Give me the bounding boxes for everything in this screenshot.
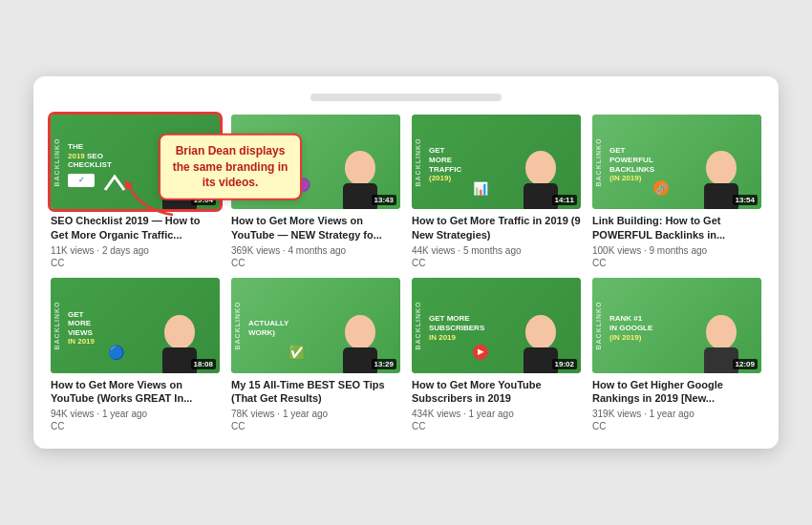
video-item-5[interactable]: BACKLINKO GETMOREVIEWSIN 2019: [51, 278, 220, 431]
video-meta-5: How to Get More Views on YouTube (Works …: [51, 378, 220, 432]
thumb-bg-1: BACKLINKO THE2019 SEOCHECKLIST ✓: [51, 115, 220, 210]
video-meta-4: Link Building: How to Get POWERFUL Backl…: [592, 214, 761, 268]
video-grid-bottom: BACKLINKO GETMOREVIEWSIN 2019: [51, 278, 761, 431]
video-cc-3: CC: [412, 258, 581, 268]
video-meta-1: SEO Checklist 2019 — How to Get More Org…: [51, 214, 220, 268]
video-item-8[interactable]: BACKLINKO RANK #1IN GOOGLE(IN 2019): [592, 278, 761, 431]
video-item-7[interactable]: BACKLINKO GET MORESUBSCRIBERSIN 2019: [412, 278, 581, 431]
thumbnail-2[interactable]: BACKLINKO GETMOREVIEWS(2019): [231, 115, 400, 210]
duration-7: 19:02: [552, 359, 577, 369]
thumb-headline-4: GETPOWERFULBACKLINKS(IN 2019): [609, 146, 756, 182]
duration-8: 12:09: [733, 359, 758, 369]
thumbnail-6[interactable]: BACKLINKO ACTUALLYWORK): [231, 278, 400, 373]
thumb-bg-3: BACKLINKO GETMORETRAFFIC(2019): [412, 115, 581, 210]
thumb-headline-3: GETMORETRAFFIC(2019): [429, 146, 575, 182]
thumb-headline-8: RANK #1IN GOOGLE(IN 2019): [609, 314, 756, 342]
video-views-8: 319K views · 1 year ago: [592, 408, 761, 421]
video-cc-1: CC: [51, 258, 220, 268]
thumb-headline-6: ACTUALLYWORK): [248, 319, 395, 337]
video-row-1: BACKLINKO THE2019 SEOCHECKLIST ✓: [51, 115, 761, 268]
video-meta-6: My 15 All-Time BEST SEO Tips (That Get R…: [231, 378, 400, 432]
thumb-bg-4: BACKLINKO GETPOWERFULBACKLINKS(IN 2019): [592, 115, 761, 210]
video-views-3: 44K views · 5 months ago: [412, 244, 581, 258]
video-views-5: 94K views · 1 year ago: [51, 408, 220, 421]
thumbnail-8[interactable]: BACKLINKO RANK #1IN GOOGLE(IN 2019): [592, 278, 761, 373]
video-meta-3: How to Get More Traffic in 2019 (9 New S…: [412, 214, 581, 268]
video-title-1[interactable]: SEO Checklist 2019 — How to Get More Org…: [51, 214, 220, 242]
video-title-6[interactable]: My 15 All-Time BEST SEO Tips (That Get R…: [231, 378, 400, 407]
video-meta-2: How to Get More Views on YouTube — NEW S…: [231, 214, 400, 268]
thumb-bg-8: BACKLINKO RANK #1IN GOOGLE(IN 2019): [592, 278, 761, 373]
thumbnail-3[interactable]: BACKLINKO GETMORETRAFFIC(2019): [412, 115, 581, 210]
video-title-7[interactable]: How to Get More YouTube Subscribers in 2…: [412, 378, 581, 407]
duration-6: 13:29: [372, 359, 396, 369]
video-title-5[interactable]: How to Get More Views on YouTube (Works …: [51, 378, 220, 407]
duration-5: 18:08: [191, 359, 216, 369]
thumb-headline-7: GET MORESUBSCRIBERSIN 2019: [429, 314, 575, 342]
video-cc-2: CC: [231, 258, 400, 268]
video-title-2[interactable]: How to Get More Views on YouTube — NEW S…: [231, 214, 400, 242]
duration-4: 13:54: [733, 195, 758, 205]
video-item-1[interactable]: BACKLINKO THE2019 SEOCHECKLIST ✓: [51, 115, 220, 268]
video-views-2: 369K views · 4 months ago: [231, 244, 400, 258]
video-views-1: 11K views · 2 days ago: [51, 244, 220, 258]
video-item-2[interactable]: BACKLINKO GETMOREVIEWS(2019): [231, 115, 400, 268]
thumbnail-4[interactable]: BACKLINKO GETPOWERFULBACKLINKS(IN 2019): [592, 115, 761, 210]
duration-2: 13:43: [372, 195, 396, 205]
video-views-4: 100K views · 9 months ago: [592, 244, 761, 258]
thumb-headline-5: GETMOREVIEWSIN 2019: [68, 310, 214, 346]
video-meta-7: How to Get More YouTube Subscribers in 2…: [412, 378, 581, 432]
arrow-icon-1: [101, 173, 128, 194]
thumbnail-5[interactable]: BACKLINKO GETMOREVIEWSIN 2019: [51, 278, 220, 373]
video-cc-6: CC: [231, 421, 400, 431]
thumb-bg-5: BACKLINKO GETMOREVIEWSIN 2019: [51, 278, 220, 373]
video-title-4[interactable]: Link Building: How to Get POWERFUL Backl…: [592, 214, 761, 242]
thumb-headline-2: GETMOREVIEWS(2019): [248, 146, 395, 182]
duration-1: 19:04: [191, 195, 216, 205]
thumbnail-7[interactable]: BACKLINKO GET MORESUBSCRIBERSIN 2019: [412, 278, 581, 373]
thumb-headline-1: THE2019 SEOCHECKLIST: [68, 142, 214, 170]
video-item-4[interactable]: BACKLINKO GETPOWERFULBACKLINKS(IN 2019): [592, 115, 761, 268]
thumbnail-1[interactable]: BACKLINKO THE2019 SEOCHECKLIST ✓: [51, 115, 220, 210]
video-row-2: BACKLINKO GETMOREVIEWSIN 2019: [51, 278, 761, 431]
video-views-6: 78K views · 1 year ago: [231, 408, 400, 421]
thumb-bg-6: BACKLINKO ACTUALLYWORK): [231, 278, 400, 373]
browser-card: BACKLINKO THE2019 SEOCHECKLIST ✓: [33, 76, 779, 450]
thumb-bg-2: BACKLINKO GETMOREVIEWS(2019): [231, 115, 400, 210]
video-cc-5: CC: [51, 421, 220, 431]
video-cc-4: CC: [592, 258, 761, 268]
thumb-bg-7: BACKLINKO GET MORESUBSCRIBERSIN 2019: [412, 278, 581, 373]
duration-3: 14:11: [552, 195, 577, 205]
video-cc-8: CC: [592, 421, 761, 431]
video-meta-8: How to Get Higher Google Rankings in 201…: [592, 378, 761, 432]
video-grid-top: BACKLINKO THE2019 SEOCHECKLIST ✓: [51, 115, 761, 268]
video-views-7: 434K views · 1 year ago: [412, 408, 581, 421]
video-item-6[interactable]: BACKLINKO ACTUALLYWORK): [231, 278, 400, 431]
video-title-3[interactable]: How to Get More Traffic in 2019 (9 New S…: [412, 214, 581, 242]
video-item-3[interactable]: BACKLINKO GETMORETRAFFIC(2019): [412, 115, 581, 268]
video-title-8[interactable]: How to Get Higher Google Rankings in 201…: [592, 378, 761, 407]
video-cc-7: CC: [412, 421, 581, 431]
